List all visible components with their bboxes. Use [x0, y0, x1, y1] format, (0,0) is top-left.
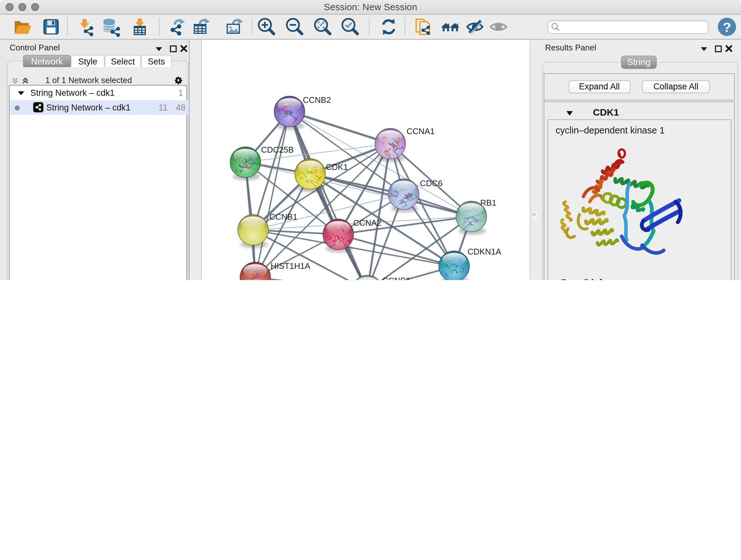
svg-text:CDK1: CDK1 — [326, 162, 348, 172]
svg-text:CCNB2: CCNB2 — [303, 95, 331, 105]
svg-text:CDC6: CDC6 — [420, 179, 443, 188]
svg-text:CCNB1: CCNB1 — [269, 212, 297, 222]
svg-text:CDKN1A: CDKN1A — [468, 247, 501, 256]
svg-text:CCNA2: CCNA2 — [353, 218, 381, 228]
svg-text:?: ? — [723, 19, 731, 35]
svg-text:HIST1H1A: HIST1H1A — [271, 261, 311, 271]
svg-text:CCNE1: CCNE1 — [382, 276, 410, 280]
svg-text:RB1: RB1 — [480, 198, 496, 207]
svg-text:CDC25B: CDC25B — [261, 145, 294, 154]
svg-text:CCNA1: CCNA1 — [407, 126, 434, 136]
